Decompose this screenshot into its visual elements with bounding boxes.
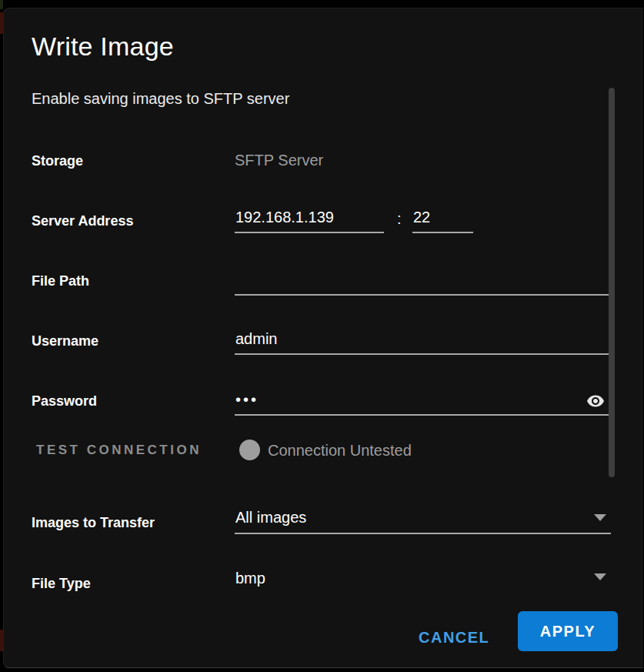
connection-status-text: Connection Untested xyxy=(268,442,412,460)
triangle-down-icon xyxy=(594,514,606,521)
write-image-dialog: Write Image Enable saving images to SFTP… xyxy=(3,8,643,668)
storage-label: Storage xyxy=(32,153,83,169)
port-input[interactable] xyxy=(412,208,473,233)
apply-button[interactable]: APPLY xyxy=(518,611,618,651)
username-input[interactable] xyxy=(235,329,609,355)
file-path-label: File Path xyxy=(32,273,89,289)
eye-icon[interactable] xyxy=(586,392,605,410)
password-input[interactable] xyxy=(235,390,609,416)
scrollbar[interactable] xyxy=(609,88,615,477)
test-connection-button[interactable]: TEST CONNECTION xyxy=(36,443,202,458)
backdrop-artifact xyxy=(0,0,3,9)
images-to-transfer-select[interactable]: All images xyxy=(235,508,611,534)
server-address-input[interactable] xyxy=(235,208,384,233)
images-to-transfer-label: Images to Transfer xyxy=(32,515,155,531)
port-separator: : xyxy=(397,210,402,228)
file-type-select[interactable]: bmp xyxy=(235,569,611,587)
file-path-input[interactable] xyxy=(235,270,609,296)
dialog-subtitle: Enable saving images to SFTP server xyxy=(32,90,289,108)
dialog-title: Write Image xyxy=(32,32,174,62)
file-type-value: bmp xyxy=(235,570,265,587)
password-label: Password xyxy=(32,393,97,410)
server-address-label: Server Address xyxy=(32,213,133,229)
triangle-down-icon xyxy=(594,573,606,580)
username-label: Username xyxy=(32,333,98,349)
storage-value: SFTP Server xyxy=(235,152,323,169)
cancel-button[interactable]: CANCEL xyxy=(407,622,501,654)
circle-icon xyxy=(239,440,260,460)
images-to-transfer-value: All images xyxy=(235,509,306,526)
file-type-label: File Type xyxy=(32,576,91,592)
